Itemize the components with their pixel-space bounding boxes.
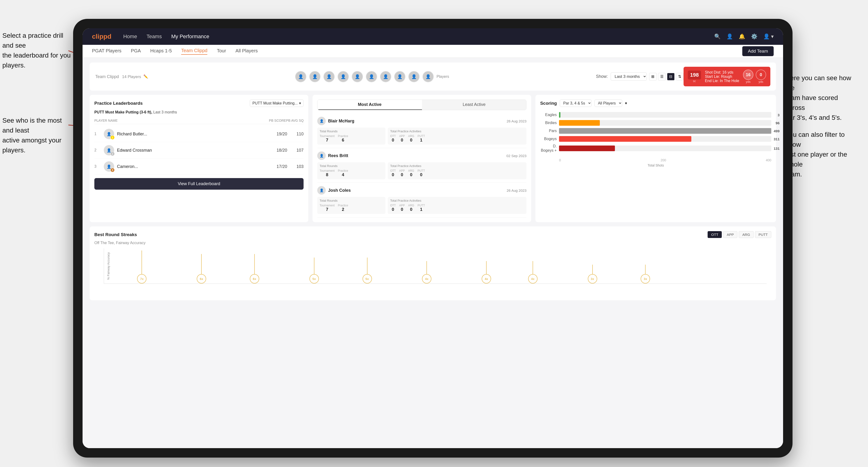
- nav-home[interactable]: Home: [123, 33, 137, 40]
- profile-icon[interactable]: 👤 ▾: [763, 33, 774, 40]
- streaks-title: Best Round Streaks: [94, 232, 137, 237]
- bar-value: 311: [774, 137, 780, 141]
- streak-tab-arg[interactable]: ARG: [739, 231, 753, 238]
- bar-label: Pars: [540, 129, 557, 133]
- chevron-down-icon: ▾: [625, 101, 627, 105]
- subnav-all-players[interactable]: All Players: [236, 48, 257, 55]
- lb-score: 17/20: [275, 164, 289, 169]
- bar-label: D. Bogeys +: [540, 144, 557, 153]
- streak-dot: 6x: [197, 254, 206, 283]
- edit-icon[interactable]: ✏️: [144, 74, 148, 79]
- card-view-button[interactable]: ⊟: [667, 73, 675, 81]
- view-full-leaderboard-button[interactable]: View Full Leaderboard: [94, 178, 304, 190]
- search-icon[interactable]: 🔍: [714, 33, 720, 40]
- settings-icon[interactable]: ⚙️: [751, 33, 757, 40]
- sub-nav: PGAT Players PGA Hcaps 1-5 Team Clippd T…: [83, 45, 783, 58]
- pa-total-rounds: Total Rounds Tournament 7 Practice 6: [317, 128, 385, 145]
- streak-dot: 5x: [309, 257, 319, 283]
- bar-row-pars: Pars 499: [540, 128, 771, 134]
- grid-view-button[interactable]: ⊞: [649, 73, 657, 81]
- total-shots-label: Total Shots: [540, 163, 771, 167]
- pa-total-rounds: Total Rounds Tournament 8 Practice 4: [317, 162, 385, 179]
- scoring-player-filter[interactable]: All Players: [594, 99, 622, 107]
- bar-fill: [559, 136, 691, 142]
- pa-practice-activities: Total Practice Activities OTT 0 APP 0: [388, 128, 526, 145]
- shot-number: 198: [688, 70, 701, 80]
- tablet-screen: clippd Home Teams My Performance 🔍 👤 🔔 ⚙…: [83, 28, 783, 448]
- annotation-bottom-left: See who is the most and leastactive amon…: [2, 116, 71, 155]
- leaderboard-subtitle: PUTT Must Make Putting (3-6 ft), Last 3 …: [94, 110, 304, 115]
- lb-row: 1 👤 1 Richard Butler... 19/20 110: [94, 126, 304, 142]
- streak-dot: 7x: [137, 250, 147, 283]
- annotation-right-bottom: You can also filter to showjust one play…: [785, 130, 859, 179]
- pa-date: 02 Sep 2023: [506, 154, 526, 158]
- streak-dot: 4x: [422, 261, 431, 283]
- scoring-par-filter[interactable]: Par 3, 4 & 5s: [560, 99, 592, 107]
- lb-avatar: 👤 2: [104, 145, 114, 155]
- avatar: 👤: [323, 71, 335, 82]
- table-view-button[interactable]: ☰: [658, 73, 665, 81]
- shot-circle-1: 16: [743, 69, 753, 80]
- streak-tab-putt[interactable]: PUTT: [755, 231, 771, 238]
- streak-tab-ott[interactable]: OTT: [708, 231, 722, 238]
- pa-name: Rees Britt: [328, 153, 504, 158]
- avatar: 👤: [408, 71, 420, 82]
- avatar: 👤: [295, 71, 306, 82]
- bar-fill: [559, 120, 600, 126]
- bar-label: Bogeys: [540, 137, 557, 141]
- subnav-team-clippd[interactable]: Team Clippd: [181, 48, 207, 55]
- bar-row-eagles: Eagles 3: [540, 112, 771, 118]
- subnav-pgat[interactable]: PGAT Players: [92, 48, 121, 55]
- add-team-button[interactable]: Add Team: [742, 46, 774, 56]
- period-select[interactable]: Last 3 months: [611, 72, 647, 81]
- pa-stats: Total Rounds Tournament 8 Practice 4: [317, 162, 526, 179]
- drill-select[interactable]: PUTT Must Make Putting... ▾: [250, 99, 304, 107]
- bar-value: 96: [776, 121, 780, 125]
- nav-teams[interactable]: Teams: [147, 33, 162, 40]
- lb-columns: PLAYER NAME PB SCORE PB AVG SQ: [94, 117, 304, 124]
- silver-badge: 2: [111, 152, 115, 156]
- most-active-tab[interactable]: Most Active: [317, 100, 422, 110]
- streaks-card: Best Round Streaks OTT APP ARG PUTT Off …: [90, 226, 776, 300]
- three-col-layout: Practice Leaderboards PUTT Must Make Put…: [90, 95, 776, 222]
- pa-practice-activities: Total Practice Activities OTT 0 APP 0: [388, 162, 526, 179]
- least-active-tab[interactable]: Least Active: [422, 100, 526, 110]
- lb-name: Edward Crossman: [117, 148, 272, 153]
- pa-date: 26 Aug 2023: [507, 119, 526, 123]
- avatar: 👤: [338, 71, 349, 82]
- leaderboard-title: Practice Leaderboards: [94, 101, 143, 106]
- shot-info: Shot Dist: 16 yds Start Lie: Rough End L…: [705, 70, 739, 83]
- streak-tab-app[interactable]: APP: [723, 231, 737, 238]
- scoring-header: Scoring Par 3, 4 & 5s All Players ▾: [540, 99, 771, 107]
- bell-icon[interactable]: 🔔: [739, 33, 745, 40]
- pa-header: 👤 Rees Britt 02 Sep 2023: [317, 151, 526, 160]
- subnav-pga[interactable]: PGA: [131, 48, 141, 55]
- subnav-hcaps[interactable]: Hcaps 1-5: [150, 48, 172, 55]
- lb-rank: 1: [94, 132, 101, 136]
- lb-row: 2 👤 2 Edward Crossman 18/20 107: [94, 142, 304, 158]
- lb-score: 18/20: [275, 148, 289, 153]
- streak-dot: 4x: [528, 261, 537, 283]
- user-icon[interactable]: 👤: [726, 33, 733, 40]
- logo: clippd: [92, 33, 111, 40]
- lb-rank: 3: [94, 164, 101, 168]
- team-avatars: 👤 👤 👤 👤 👤 👤 👤 👤 👤 👤 Players: [148, 71, 596, 82]
- pa-date: 26 Aug 2023: [507, 188, 526, 192]
- pa-practice-activities: Total Practice Activities OTT 0 APP 0: [388, 197, 526, 214]
- team-header: Team Clippd 14 Players ✏️ 👤 👤 👤 👤 👤 👤 👤 …: [90, 63, 776, 91]
- lb-avatar: 👤 1: [104, 129, 114, 139]
- sort-button[interactable]: ⇅: [676, 73, 684, 81]
- pa-stats: Total Rounds Tournament 7 Practice 2: [317, 197, 526, 214]
- gold-badge: 1: [111, 135, 115, 139]
- bar-container: 96: [559, 120, 771, 126]
- nav-icons: 🔍 👤 🔔 ⚙️ 👤 ▾: [714, 33, 774, 40]
- annotation-right-top: Here you can see how theteam have scored…: [785, 73, 859, 123]
- streaks-header: Best Round Streaks OTT APP ARG PUTT: [94, 231, 771, 238]
- subnav-tour[interactable]: Tour: [217, 48, 226, 55]
- streak-chart: % Fairway Accuracy 7x 6x: [94, 248, 771, 295]
- activity-tabs: Most Active Least Active: [317, 99, 526, 110]
- pa-total-rounds: Total Rounds Tournament 7 Practice 2: [317, 197, 385, 214]
- bar-container: 499: [559, 128, 771, 134]
- nav-myperformance[interactable]: My Performance: [171, 33, 209, 40]
- avatar: 👤: [352, 71, 363, 82]
